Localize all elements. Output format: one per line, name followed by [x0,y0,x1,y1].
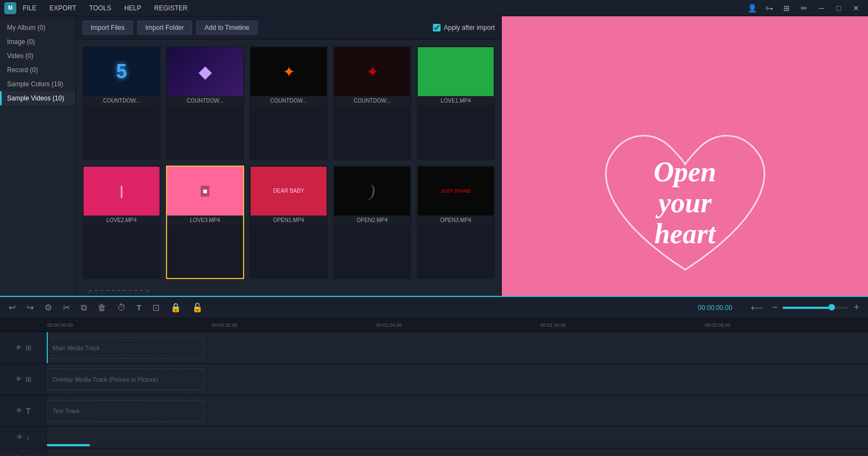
edit-icon[interactable]: ✏ [796,2,812,15]
track-area-fx[interactable] [46,448,868,456]
media-label-5: LOVE1.MP4 [418,96,494,105]
menu-tools[interactable]: TOOLS [87,3,113,13]
track-row-main: 👁 ⊞ Main Media Track [0,332,868,364]
delete-button[interactable]: 🗑 [94,301,110,315]
apply-after-checkbox[interactable] [433,24,441,31]
media-thumb-5 [418,47,494,96]
media-item-5[interactable]: ▶ LOVE1.MP4 [417,46,495,160]
timeline-section: ↩ ↪ ⚙ ✂ ⧉ 🗑 ⏱ T ⊡ 🔒 🔓 00:00:00.00 ⟵ − + … [0,296,868,456]
sidebar-item-record[interactable]: Record (0) [0,63,75,77]
minimize-icon[interactable]: ─ [814,2,829,15]
timeline-toolbar: ↩ ↪ ⚙ ✂ ⧉ 🗑 ⏱ T ⊡ 🔒 🔓 00:00:00.00 ⟵ − + [0,297,868,319]
media-item-8[interactable]: ▶ DEAR BABY OPEN1.MP4 [250,166,328,280]
window-controls: 👤 🗝 ⊞ ✏ ─ □ ✕ [744,2,864,15]
media-thumb-1: 5 [84,47,159,96]
ruler-mark-4: 00:02:08.00 [704,322,868,328]
track-controls-overlay: 👁 ⊞ [0,375,46,383]
media-thumb-2: ◆ [167,47,243,96]
menu-register[interactable]: REGISTER [152,3,189,13]
media-item-9[interactable]: ▶ ) OPEN2.MP4 [333,166,411,280]
undo-button[interactable]: ↩ [5,300,19,315]
sidebar-item-myalbum[interactable]: My Album (0) [0,21,75,35]
media-toolbar: Import Files Import Folder Add to Timeli… [76,16,501,40]
media-item-10[interactable]: ▶ JUST STAND OPEN3.MP4 [417,166,495,280]
sidebar-item-video[interactable]: Video (0) [0,49,75,63]
timeline-ruler: 00:00:00.00 00:00:32.00 00:01:04.00 00:0… [0,319,868,332]
ruler-mark-1: 00:00:32.00 [210,322,375,328]
track-type-main[interactable]: ⊞ [25,344,31,352]
media-label-4: COUNTDOW... [334,96,410,105]
text-button[interactable]: T [133,301,145,314]
ruler-mark-0: 00:00:00.00 [46,322,210,328]
media-item-1[interactable]: ▶ 5 COUNTDOW... [82,46,161,160]
zoom-control: ⟵ − + [748,300,863,315]
zoom-slider[interactable] [783,307,848,309]
time-button[interactable]: ⏱ [114,301,129,315]
copy-button[interactable]: ⧉ [78,301,90,315]
redo-button[interactable]: ↪ [23,300,37,315]
track-type-audio[interactable]: ♪ [27,433,30,441]
media-label-6: LOVE2.MP4 [84,216,159,225]
track-visibility-overlay[interactable]: 👁 [15,375,22,383]
track-visibility-audio[interactable]: 👁 [16,433,23,441]
media-item-7[interactable]: ▶ ■ LOVE3.MP4 [166,166,244,280]
ruler-mark-2: 00:01:04.00 [375,322,539,328]
media-label-2: COUNTDOW... [167,96,243,105]
unlock-button[interactable]: 🔓 [189,300,206,315]
timeline-tracks: 👁 ⊞ Main Media Track 👁 ⊞ Overlay Media T… [0,332,868,456]
media-item-3[interactable]: ▶ ✦ COUNTDOW... [250,46,328,160]
maximize-icon[interactable]: □ [831,2,846,15]
apply-after-label: Apply after import [444,24,495,31]
track-label-main: Main Media Track [53,345,100,351]
track-type-fx[interactable]: ⊕ [25,454,31,457]
media-item-6[interactable]: ▶ | LOVE2.MP4 [82,166,161,280]
import-folder-button[interactable]: Import Folder [137,21,192,35]
media-thumb-8: DEAR BABY [251,167,327,216]
cut-button[interactable]: ✂ [60,300,73,315]
media-item-4[interactable]: ▶ ✦ COUNTDOW... [333,46,411,160]
zoom-out-button[interactable]: ⟵ [748,300,767,315]
media-label-9: OPEN2.MP4 [334,216,410,225]
track-area-audio[interactable] [46,427,868,448]
profile-icon[interactable]: 👤 [744,2,760,15]
apply-after-import: Apply after import [433,24,495,31]
track-visibility-main[interactable]: 👁 [15,344,22,352]
track-controls-main: 👁 ⊞ [0,344,46,352]
zoom-minus-button[interactable]: − [769,300,781,315]
track-controls-text: 👁 T [0,407,46,415]
track-visibility-text[interactable]: 👁 [16,407,23,415]
track-placeholder-overlay: Overlay Media Track (Picture in Picture) [47,369,204,390]
track-label-text: Text Track [53,408,80,414]
lock-button[interactable]: 🔒 [167,300,184,315]
import-files-button[interactable]: Import Files [82,21,133,35]
track-placeholder-main: Main Media Track [47,337,204,359]
track-area-main[interactable]: Main Media Track [46,332,868,363]
media-label-10: OPEN3.MP4 [418,216,494,225]
layout-icon[interactable]: ⊞ [779,2,794,15]
add-to-timeline-button[interactable]: Add to Timeline [196,21,258,35]
media-thumb-3: ✦ [251,47,327,96]
sidebar-item-samplecolors[interactable]: Sample Colors (19) [0,77,75,91]
track-area-text[interactable]: Text Track [46,395,868,426]
playhead[interactable] [47,332,48,363]
track-visibility-fx[interactable]: 👁 [15,454,22,457]
sidebar-item-samplevideos[interactable]: Sample Videos (10) [0,91,75,105]
menu-file[interactable]: FILE [21,3,39,13]
settings-button[interactable]: ⚙ [41,300,55,315]
menu-export[interactable]: EXPORT [47,3,78,13]
key-icon[interactable]: 🗝 [762,2,777,15]
close-icon[interactable]: ✕ [848,2,864,15]
track-type-text[interactable]: T [26,407,31,415]
menu-help[interactable]: HELP [122,3,143,13]
crop-button[interactable]: ⊡ [149,300,163,315]
media-item-2[interactable]: ▶ ◆ COUNTDOW... [166,46,244,160]
sidebar-item-image[interactable]: Image (0) [0,35,75,49]
menu-bar: FILE EXPORT TOOLS HELP REGISTER [21,3,744,13]
media-label-8: OPEN1.MP4 [251,216,327,225]
track-area-overlay[interactable]: Overlay Media Track (Picture in Picture) [46,364,868,395]
track-controls-audio: 👁 ♪ [0,433,46,441]
track-type-overlay[interactable]: ⊞ [25,375,31,383]
media-label-1: COUNTDOW... [84,96,159,105]
zoom-plus-button[interactable]: + [850,300,863,315]
ruler-mark-3: 00:01:36.00 [539,322,704,328]
